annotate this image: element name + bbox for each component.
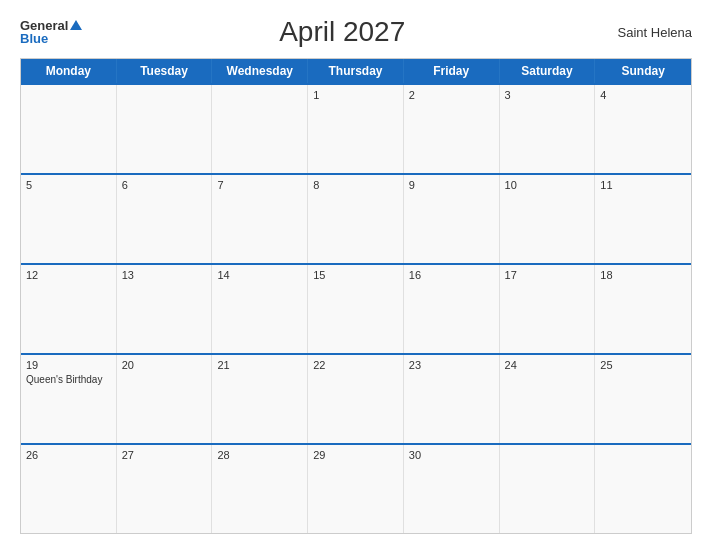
logo: General Blue <box>20 19 82 45</box>
cell-empty <box>595 445 691 533</box>
cell-apr-24: 24 <box>500 355 596 443</box>
cell-empty <box>21 85 117 173</box>
weekday-saturday: Saturday <box>500 59 596 83</box>
weekday-sunday: Sunday <box>595 59 691 83</box>
cell-apr-21: 21 <box>212 355 308 443</box>
weekday-wednesday: Wednesday <box>212 59 308 83</box>
cell-apr-17: 17 <box>500 265 596 353</box>
calendar: Monday Tuesday Wednesday Thursday Friday… <box>20 58 692 534</box>
cell-apr-9: 9 <box>404 175 500 263</box>
cell-apr-13: 13 <box>117 265 213 353</box>
logo-triangle-icon <box>70 20 82 30</box>
cell-apr-12: 12 <box>21 265 117 353</box>
cell-apr-1: 1 <box>308 85 404 173</box>
cell-apr-19: 19 Queen's Birthday <box>21 355 117 443</box>
cell-apr-25: 25 <box>595 355 691 443</box>
event-queens-birthday: Queen's Birthday <box>26 373 111 386</box>
cell-apr-11: 11 <box>595 175 691 263</box>
cell-empty <box>500 445 596 533</box>
week-2: 5 6 7 8 9 10 11 <box>21 173 691 263</box>
cell-apr-27: 27 <box>117 445 213 533</box>
cell-apr-23: 23 <box>404 355 500 443</box>
weekday-thursday: Thursday <box>308 59 404 83</box>
cell-apr-22: 22 <box>308 355 404 443</box>
cell-apr-16: 16 <box>404 265 500 353</box>
cell-apr-4: 4 <box>595 85 691 173</box>
week-5: 26 27 28 29 30 <box>21 443 691 533</box>
calendar-title: April 2027 <box>82 16 602 48</box>
cell-apr-26: 26 <box>21 445 117 533</box>
cell-apr-15: 15 <box>308 265 404 353</box>
page: General Blue April 2027 Saint Helena Mon… <box>0 0 712 550</box>
cell-empty <box>117 85 213 173</box>
weekday-monday: Monday <box>21 59 117 83</box>
cell-apr-18: 18 <box>595 265 691 353</box>
cell-empty <box>212 85 308 173</box>
weekday-friday: Friday <box>404 59 500 83</box>
region-label: Saint Helena <box>602 25 692 40</box>
weekday-tuesday: Tuesday <box>117 59 213 83</box>
cell-apr-30: 30 <box>404 445 500 533</box>
calendar-header: Monday Tuesday Wednesday Thursday Friday… <box>21 59 691 83</box>
week-4: 19 Queen's Birthday 20 21 22 23 24 25 <box>21 353 691 443</box>
cell-apr-2: 2 <box>404 85 500 173</box>
week-1: 1 2 3 4 <box>21 83 691 173</box>
cell-apr-8: 8 <box>308 175 404 263</box>
cell-apr-14: 14 <box>212 265 308 353</box>
header: General Blue April 2027 Saint Helena <box>20 16 692 48</box>
cell-apr-10: 10 <box>500 175 596 263</box>
cell-apr-7: 7 <box>212 175 308 263</box>
week-3: 12 13 14 15 16 17 18 <box>21 263 691 353</box>
cell-apr-3: 3 <box>500 85 596 173</box>
calendar-body: 1 2 3 4 5 6 7 8 9 10 11 12 13 14 15 <box>21 83 691 533</box>
cell-apr-5: 5 <box>21 175 117 263</box>
cell-apr-28: 28 <box>212 445 308 533</box>
cell-apr-6: 6 <box>117 175 213 263</box>
cell-apr-20: 20 <box>117 355 213 443</box>
logo-blue-text: Blue <box>20 32 48 45</box>
cell-apr-29: 29 <box>308 445 404 533</box>
